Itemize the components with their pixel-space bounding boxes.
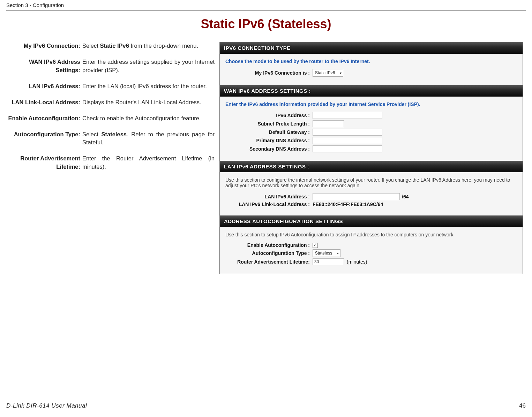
gateway-input[interactable] — [313, 129, 382, 136]
lan-addr-suffix: /64 — [402, 194, 409, 199]
lifetime-input[interactable]: 30 — [313, 258, 344, 265]
life-unit: (minutes) — [347, 259, 367, 265]
auto-type-select[interactable]: Stateless ▾ — [313, 249, 340, 257]
def-row: WAN IPv6 Address Settings: Enter the add… — [6, 58, 215, 75]
def-row: My IPv6 Connection: Select Static IPv6 f… — [6, 42, 215, 50]
def-row: Enable Autoconfiguration: Check to enabl… — [6, 114, 215, 123]
def-label: Enable Autoconfiguration: — [6, 114, 82, 123]
definition-list: My IPv6 Connection: Select Static IPv6 f… — [6, 42, 215, 179]
def-desc: Check to enable the Autoconfiguration fe… — [82, 114, 215, 123]
footer-page: 46 — [519, 402, 526, 409]
primary-dns-input[interactable] — [313, 137, 382, 144]
def-desc: Enter the LAN (local) IPv6 address for t… — [82, 82, 215, 91]
def-desc: Select Static IPv6 from the drop-down me… — [82, 42, 215, 50]
auto-type-value: Stateless — [315, 251, 332, 256]
def-label: Autoconfiguration Type: — [6, 130, 82, 147]
def-row: Autoconfiguration Type: Select Stateless… — [6, 130, 215, 147]
chevron-down-icon: ▾ — [340, 71, 342, 75]
def-desc: Enter the address settings supplied by y… — [82, 58, 215, 75]
lan-ipv6-input[interactable] — [313, 193, 400, 200]
enable-auto-checkbox[interactable] — [313, 243, 318, 248]
lifetime-value: 30 — [314, 259, 319, 264]
auto-type-label: Autoconfiguration Type : — [225, 250, 313, 256]
lan-addr-label: LAN IPv6 Address : — [225, 194, 313, 199]
def-label: LAN Link-Local Address: — [6, 98, 82, 107]
def-desc: Enter the Router Advertisement Lifetime … — [82, 154, 215, 171]
wan-label-1: Subnet Prefix Length : — [225, 121, 313, 127]
def-row: Router Advertisement Lifetime: Enter the… — [6, 154, 215, 171]
lan-instruction: Use this section to configure the intern… — [225, 177, 517, 188]
wan-label-2: Default Gateway : — [225, 129, 313, 135]
page-title: Static IPv6 (Stateless) — [6, 17, 526, 31]
def-row: LAN Link-Local Address: Displays the Rou… — [6, 98, 215, 107]
lan-ll-label: LAN IPv6 Link-Local Address : — [225, 202, 313, 207]
conn-label: My IPv6 Connection is : — [225, 70, 313, 76]
def-row: LAN IPv6 Address: Enter the LAN (local) … — [6, 82, 215, 91]
def-desc: Displays the Router's LAN Link-Local Add… — [82, 98, 215, 107]
lan-ll-value: FE80::240:F4FF:FE03:1A9C/64 — [313, 202, 383, 207]
wan-instruction: Enter the IPv6 address information provi… — [225, 101, 517, 107]
section-head-conn: IPV6 CONNECTION TYPE — [220, 42, 523, 54]
auto-instruction: Use this section to setup IPv6 Autoconfi… — [225, 232, 517, 237]
def-label: LAN IPv6 Address: — [6, 82, 82, 91]
life-label: Router Advertisement Lifetime: — [225, 259, 313, 265]
def-label: My IPv6 Connection: — [6, 42, 82, 50]
ipv6-address-input[interactable] — [313, 112, 382, 119]
footer-manual: D-Link DIR-614 User Manual — [6, 402, 87, 409]
wan-label-0: IPv6 Address : — [225, 113, 313, 118]
chevron-down-icon: ▾ — [337, 251, 339, 255]
conn-select[interactable]: Static IPv6 ▾ — [313, 69, 343, 77]
section-header: Section 3 - Configuration — [6, 1, 526, 10]
def-label: WAN IPv6 Address Settings: — [6, 58, 82, 75]
wan-label-3: Primary DNS Address : — [225, 138, 313, 143]
section-head-wan: WAN IPv6 ADDRESS SETTINGS : — [220, 85, 523, 97]
enable-auto-label: Enable Autoconfiguration : — [225, 242, 313, 248]
wan-label-4: Secondary DNS Address : — [225, 146, 313, 152]
def-label: Router Advertisement Lifetime: — [6, 154, 82, 171]
conn-select-value: Static IPv6 — [315, 70, 335, 75]
page-footer: D-Link DIR-614 User Manual 46 — [6, 400, 526, 409]
prefix-length-input[interactable] — [313, 120, 344, 127]
section-head-auto: ADDRESS AUTOCONFIGURATION SETTINGS — [220, 215, 523, 227]
secondary-dns-input[interactable] — [313, 145, 382, 152]
section-head-lan: LAN IPv6 ADDRESS SETTINGS : — [220, 161, 523, 172]
router-screenshot: IPV6 CONNECTION TYPE Choose the mode to … — [219, 42, 523, 274]
conn-instruction: Choose the mode to be used by the router… — [225, 59, 517, 64]
def-desc: Select Stateless. Refer to the previous … — [82, 130, 215, 147]
